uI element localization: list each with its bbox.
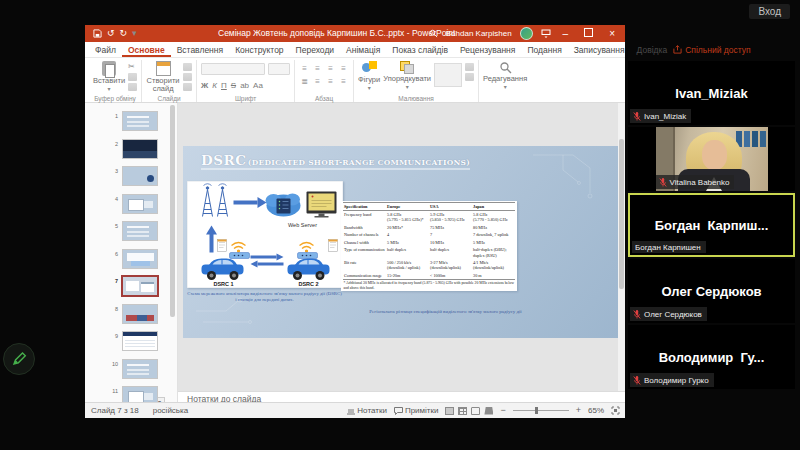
ribbon-tab-Основне[interactable]: Основне (122, 42, 171, 57)
undo-icon[interactable]: ↺ (107, 29, 115, 38)
table-cell: Channel width (343, 238, 386, 246)
section-icon[interactable] (183, 83, 192, 91)
paragraph-format-icon-7[interactable]: ≡ (338, 77, 349, 88)
restore-button[interactable] (580, 25, 597, 42)
copy-icon[interactable] (128, 73, 137, 81)
shapes-button[interactable]: Фігури▾ (358, 61, 380, 93)
font-name-select[interactable] (201, 63, 265, 75)
ribbon-tab-Анімація[interactable]: Анімація (340, 42, 386, 57)
ribbon-tab-Переходи[interactable]: Переходи (290, 42, 341, 57)
strikethrough-button[interactable]: S (231, 81, 236, 90)
arrange-icon (400, 61, 414, 74)
fit-to-window-icon[interactable] (611, 406, 620, 415)
table-footnote: * Additional 30 MHz is allocated in freq… (343, 279, 515, 289)
shape-fill-icon[interactable] (465, 63, 474, 71)
minimize-button[interactable]: – (559, 25, 573, 42)
cut-icon[interactable]: ✂ (128, 63, 137, 71)
ribbon-tab-Подання[interactable]: Подання (521, 42, 567, 57)
uplink-arrow (234, 197, 267, 208)
slide[interactable]: DSRC (DEDICATED SHORT-RANGE COMMUNICATIO… (183, 146, 619, 338)
search-icon[interactable] (429, 29, 438, 38)
redo-icon[interactable]: ↻ (120, 29, 128, 38)
zoom-level[interactable]: 65% (588, 406, 604, 415)
participant-label: Володимир Гурко (630, 373, 714, 387)
participant-tile-Володимир Гурко[interactable]: Володимир Гу...Володимир Гурко (628, 325, 795, 389)
paste-button[interactable]: Вставити▾ (93, 61, 125, 93)
ribbon-tab-Конструктор[interactable]: Конструктор (229, 42, 289, 57)
arrange-button[interactable]: Упорядкувати▾ (383, 61, 431, 93)
paragraph-format-icon-1[interactable]: ≡ (312, 64, 323, 75)
layout-icon[interactable] (183, 63, 192, 71)
car-dsrc2-icon (288, 259, 330, 281)
slide-thumbnail-3[interactable] (122, 166, 158, 186)
dsrc-diagram[interactable]: Web Server (187, 181, 343, 288)
dsrc2-label: DSRC 2 (298, 281, 318, 287)
bold-button[interactable]: Ж (201, 81, 208, 90)
shape-outline-icon[interactable] (465, 73, 474, 81)
canvas-scrollbar[interactable] (618, 103, 625, 391)
ribbon-tab-Показ слайдів[interactable]: Показ слайдів (386, 42, 454, 57)
reading-view-button[interactable] (471, 407, 480, 415)
zoom-in-button[interactable]: + (576, 406, 581, 415)
slide-thumbnail-1[interactable] (122, 111, 158, 131)
avatar[interactable] (520, 27, 533, 40)
participant-label: Богдан Карпишен (632, 241, 706, 253)
table-cell: 4/1 Mb/s (downlink/uplink) (472, 259, 515, 272)
slide-thumbnail-2[interactable] (122, 139, 158, 159)
participant-tile-Vitalina Babenko[interactable]: Vitalina Babenko (628, 127, 795, 191)
zoom-slider[interactable] (513, 407, 569, 414)
slide-thumbnail-5[interactable] (122, 221, 158, 241)
quick-styles-button[interactable] (434, 63, 462, 87)
close-button[interactable]: × (605, 25, 619, 42)
paragraph-format-icon-3[interactable]: ≡ (338, 64, 349, 75)
ribbon-options-icon[interactable] (541, 29, 551, 38)
change-case-button[interactable]: Аа (253, 81, 263, 90)
dsrc-spec-table[interactable]: SpecificationEuropeUSAJapanFrequency ban… (341, 201, 517, 291)
slideshow-button[interactable] (484, 407, 493, 415)
language-indicator[interactable]: російська (153, 406, 188, 415)
paragraph-format-icon-2[interactable]: ≡ (325, 64, 336, 75)
zoom-out-button[interactable]: − (500, 406, 505, 415)
normal-view-button[interactable] (445, 407, 454, 415)
paragraph-format-icon-4[interactable]: ≣ (299, 77, 310, 88)
format-painter-icon[interactable] (128, 83, 137, 91)
ribbon-group-clipboard: Вставити▾ ✂ Буфер обміну (89, 60, 142, 102)
editing-button[interactable]: Редагування▾ (483, 61, 527, 93)
participant-tile-Олег Сердюков[interactable]: Олег СердюковОлег Сердюков (628, 259, 795, 323)
slide-thumbnails-panel: ▾ 1234567891011 (85, 103, 178, 407)
customize-qat-icon[interactable]: ▾ (132, 29, 137, 38)
muted-mic-icon (633, 111, 641, 122)
char-spacing-button[interactable]: ab (240, 81, 249, 90)
slide-thumbnail-7[interactable] (122, 276, 158, 296)
underline-button[interactable]: П (221, 81, 227, 90)
participant-tile-Ivan_Miziak[interactable]: Ivan_MiziakIvan_Miziak (628, 61, 795, 125)
ribbon-tab-Рецензування[interactable]: Рецензування (454, 42, 521, 57)
slide-thumbnail-8[interactable] (122, 304, 158, 324)
ribbon-tab-Записування[interactable]: Записування (568, 42, 631, 57)
ribbon-tab-Вставлення[interactable]: Вставлення (171, 42, 229, 57)
slide-thumbnail-6[interactable] (122, 249, 158, 269)
participant-tile-Богдан Карпишен[interactable]: Богдан Карпиш...Богдан Карпишен (628, 193, 795, 257)
font-size-select[interactable] (268, 63, 290, 75)
ribbon-tab-Файл[interactable]: Файл (89, 42, 122, 57)
new-slide-button[interactable]: Створити слайд (146, 61, 180, 93)
comments-toggle-button[interactable]: Примітки (394, 406, 439, 415)
annotation-pencil-button[interactable] (3, 343, 35, 375)
save-icon[interactable] (93, 29, 102, 38)
paragraph-format-icon-5[interactable]: ≡ (312, 77, 323, 88)
slide-thumbnail-10[interactable] (122, 359, 158, 379)
reset-icon[interactable] (183, 73, 192, 81)
italic-button[interactable]: К (212, 81, 217, 90)
slide-sorter-view-button[interactable] (458, 407, 467, 415)
paragraph-format-icon-6[interactable]: ≡ (325, 77, 336, 88)
notes-toggle-button[interactable]: Нотатки (347, 406, 387, 415)
slide-thumbnail-9[interactable] (122, 331, 158, 351)
table-header-Specification: Specification (343, 203, 386, 211)
slide-thumbnail-4[interactable] (122, 194, 158, 214)
paragraph-format-icon-0[interactable]: ≡ (299, 64, 310, 75)
muted-mic-icon (633, 375, 641, 386)
table-header-USA: USA (429, 203, 472, 211)
account-name[interactable]: Bohdan Karpishen (446, 29, 512, 38)
thumbnails-scrollbar[interactable] (170, 105, 175, 317)
slide-title[interactable]: DSRC (DEDICATED SHORT-RANGE COMMUNICATIO… (201, 152, 470, 170)
